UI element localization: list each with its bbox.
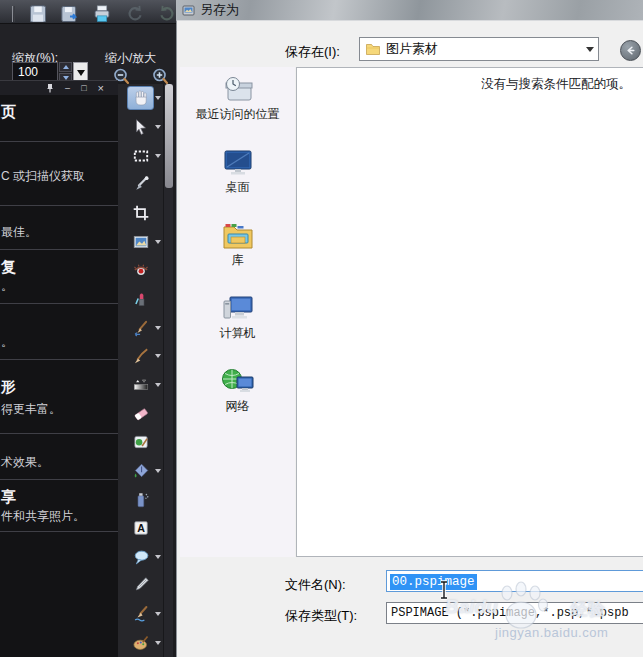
back-button[interactable] [620, 40, 641, 61]
redo-icon [157, 4, 177, 22]
panel-close-button[interactable]: × [98, 84, 104, 93]
scrollbar-thumb[interactable] [165, 84, 173, 188]
learning-center-panel: – □ × 页 C 或扫描仪获取 最佳。 复 。 。 [0, 80, 118, 657]
tool-flyout-icon [155, 96, 161, 100]
learning-item[interactable]: 。 [0, 304, 118, 360]
print-icon [92, 4, 112, 22]
place-computer[interactable]: 计算机 [180, 291, 295, 364]
palette-icon [132, 634, 150, 652]
top-toolbar [0, 0, 178, 24]
tool-flyout-icon [155, 326, 161, 330]
tool-flyout-icon [155, 555, 161, 559]
place-network[interactable]: 网络 [180, 364, 295, 437]
learning-item[interactable]: 页 [0, 95, 118, 142]
combo-dropdown-button[interactable] [582, 38, 598, 60]
export-icon [60, 4, 80, 22]
makeover-tool-button[interactable] [118, 285, 163, 314]
red-eye-tool-button[interactable] [118, 256, 163, 285]
preset-shape-tool-button[interactable] [118, 543, 163, 572]
text-icon: A [132, 519, 150, 537]
learning-item[interactable]: 最佳。 [0, 206, 118, 250]
libraries-icon [221, 221, 255, 251]
callout-bubble-icon [132, 548, 150, 566]
straighten-tool-button[interactable] [118, 227, 163, 256]
filetype-label: 保存类型(T): [285, 607, 357, 625]
tool-flyout-icon [155, 641, 161, 645]
export-button[interactable] [59, 1, 81, 22]
app-left-region: 缩放(%): 100 缩小/放大 – □ × [0, 0, 178, 657]
learning-item[interactable]: C 或扫描仪获取 [0, 142, 118, 206]
pick-tool-button[interactable] [118, 113, 163, 142]
picture-tube-icon [132, 433, 150, 451]
redo-button[interactable] [156, 1, 178, 22]
recent-places-icon [221, 75, 255, 105]
pick-arrow-icon [132, 118, 150, 136]
spin-up-icon [63, 65, 69, 69]
place-recent-places[interactable]: 最近访问的位置 [180, 72, 295, 145]
eraser-tool-button[interactable] [118, 399, 163, 428]
tool-flyout-icon [155, 154, 161, 158]
pin-icon[interactable] [46, 83, 54, 93]
save-button[interactable] [27, 1, 49, 22]
dropper-icon [132, 175, 150, 193]
tool-flyout-icon [155, 240, 161, 244]
panel-minimize-button[interactable]: – [65, 84, 70, 93]
learning-item[interactable]: 形 得更丰富。 [0, 360, 118, 434]
flood-fill-icon [132, 462, 150, 480]
print-button[interactable] [91, 1, 113, 22]
computer-icon [221, 294, 255, 324]
zoom-toolbar: 缩放(%): 100 缩小/放大 [0, 24, 178, 80]
picture-tube-tool-button[interactable] [118, 428, 163, 457]
filetype-value: PSPIMAGE (*.pspimage,*.psp,*.pspb [387, 606, 629, 620]
screen: 缩放(%): 100 缩小/放大 – □ × [0, 0, 643, 657]
combo-caret-icon [586, 47, 594, 52]
undo-icon [125, 4, 145, 22]
oil-brush-tool-button[interactable] [118, 628, 163, 657]
makeover-icon [132, 290, 150, 308]
learning-item[interactable]: 术效果。 [0, 434, 118, 480]
pen-tool-button[interactable] [118, 571, 163, 600]
tool-flyout-icon [155, 125, 161, 129]
save-as-dialog: 另存为 保存在(I): 图片素材 最近访问的位置 桌面 [176, 0, 643, 657]
flood-fill-tool-button[interactable] [118, 457, 163, 486]
tools-toolbar: A [118, 84, 163, 657]
dropper-tool-button[interactable] [118, 170, 163, 199]
watermark-url: jingyan.baidu.com [495, 625, 608, 640]
selection-marquee-icon [132, 147, 150, 165]
place-desktop[interactable]: 桌面 [180, 145, 295, 218]
pen-icon [132, 576, 150, 594]
learning-item[interactable]: 复 。 [0, 250, 118, 304]
filename-label: 文件名(N): [285, 576, 346, 594]
spin-up-button[interactable] [59, 62, 72, 72]
pan-tool-button[interactable] [118, 84, 163, 113]
undo-button[interactable] [124, 1, 146, 22]
dialog-body: 保存在(I): 图片素材 最近访问的位置 桌面 [176, 20, 643, 657]
learning-item[interactable]: 享 件和共享照片。 [0, 480, 118, 532]
airbrush-icon [132, 491, 150, 509]
place-libraries[interactable]: 库 [180, 218, 295, 291]
folder-icon [365, 42, 381, 56]
clone-brush-tool-button[interactable] [118, 313, 163, 342]
eraser-icon [132, 405, 150, 423]
empty-list-message: 没有与搜索条件匹配的项。 [481, 76, 631, 93]
save-in-combobox[interactable]: 图片素材 [359, 37, 599, 61]
paint-brush-tool-button[interactable] [118, 342, 163, 371]
pan-hand-icon [132, 89, 150, 107]
places-bar: 最近访问的位置 桌面 库 计算机 网络 [180, 67, 295, 557]
crop-tool-button[interactable] [118, 199, 163, 228]
warp-brush-tool-button[interactable] [118, 600, 163, 629]
back-arrow-icon [624, 44, 637, 57]
airbrush-tool-button[interactable] [118, 485, 163, 514]
dialog-titlebar[interactable]: 另存为 [176, 0, 643, 20]
file-list[interactable]: 没有与搜索条件匹配的项。 [296, 67, 643, 557]
tool-flyout-icon [155, 354, 161, 358]
lighten-darken-tool-button[interactable] [118, 371, 163, 400]
text-tool-button[interactable]: A [118, 514, 163, 543]
tools-scrollbar[interactable] [163, 84, 173, 657]
panel-maximize-button[interactable]: □ [81, 84, 86, 93]
filename-input[interactable]: 00.pspimage [386, 570, 643, 592]
selection-tool-button[interactable] [118, 141, 163, 170]
save-icon [28, 4, 48, 22]
clone-brush-icon [132, 319, 150, 337]
filetype-combobox[interactable]: PSPIMAGE (*.pspimage,*.psp,*.pspb [386, 602, 643, 624]
